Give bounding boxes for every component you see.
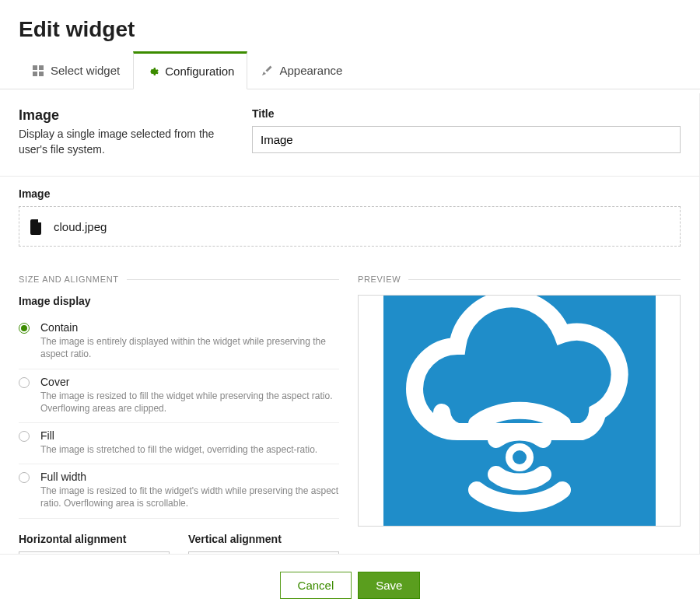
image-filename: cloud.jpeg [54,220,107,233]
tab-label: Appearance [279,64,342,77]
option-description: The image is resized to fill the widget … [40,390,339,415]
tab-bar: Select widget Configuration Appearance [0,51,700,89]
preview-image [383,296,656,526]
image-display-label: Image display [19,295,339,307]
svg-rect-3 [39,72,44,76]
preview-panel [358,295,681,527]
file-icon [30,219,44,233]
gear-icon [146,65,159,78]
display-option-cover[interactable]: CoverThe image is resized to fill the wi… [19,369,339,423]
widget-name: Image [19,107,221,124]
option-description: The image is stretched to fill the widge… [40,443,317,456]
halign-label: Horizontal alignment [19,533,170,545]
dialog-title: Edit widget [0,0,700,51]
radio-icon [19,431,30,442]
tab-appearance[interactable]: Appearance [247,51,355,89]
valign-label: Vertical alignment [188,533,339,545]
preview-legend: PREVIEW [358,275,681,284]
size-alignment-legend: SIZE AND ALIGNMENT [19,275,339,284]
tab-label: Select widget [51,64,120,77]
brush-icon [261,65,273,77]
tab-label: Configuration [165,65,234,78]
image-file-field[interactable]: cloud.jpeg [19,206,681,247]
grid-icon [32,65,44,77]
tab-configuration[interactable]: Configuration [133,51,247,89]
radio-icon [19,323,30,334]
svg-rect-0 [33,65,37,70]
option-title: Fill [40,429,317,442]
tab-select-widget[interactable]: Select widget [19,51,133,89]
widget-description: Display a single image selected from the… [19,127,221,157]
save-button[interactable]: Save [358,572,420,599]
radio-icon [19,472,30,483]
display-option-full-width[interactable]: Full widthThe image is resized to fit th… [19,464,339,518]
cancel-button[interactable]: Cancel [280,572,352,599]
title-label: Title [252,107,681,120]
display-option-contain[interactable]: ContainThe image is entirely displayed w… [19,315,339,369]
display-option-fill[interactable]: FillThe image is stretched to fill the w… [19,423,339,464]
svg-rect-2 [33,72,37,76]
radio-icon [19,377,30,388]
title-input[interactable] [252,126,681,153]
option-title: Cover [40,376,339,388]
svg-point-6 [513,450,527,464]
dialog-footer: Cancel Save [0,554,700,616]
option-title: Contain [40,321,339,334]
option-title: Full width [40,471,339,483]
image-label: Image [19,187,681,200]
option-description: The image is resized to fit the widget's… [40,485,339,509]
option-description: The image is entirely displayed within t… [40,335,339,360]
svg-rect-1 [39,65,44,70]
